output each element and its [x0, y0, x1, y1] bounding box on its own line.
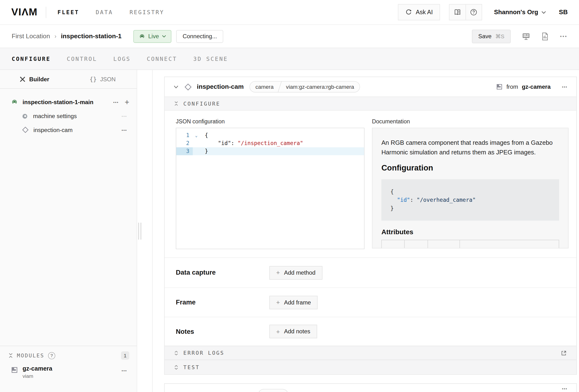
code-text: "id": "/inspection_camera" [200, 140, 303, 148]
module-org: viam [23, 373, 52, 379]
help-button[interactable] [465, 4, 482, 20]
gz-camera-module-card: gz-camera by viam module Registry ••• [164, 383, 577, 392]
overflow-menu-icon[interactable]: ••• [560, 33, 568, 39]
configure-section-bar[interactable]: CONFIGURE [164, 97, 576, 111]
doc-code-block: { "id": "/overhead_camera" } [381, 179, 559, 221]
from-module-link[interactable]: gz-camera [522, 83, 551, 90]
live-status-badge[interactable]: Live [133, 30, 171, 43]
item-menu-icon[interactable]: ••• [119, 114, 129, 118]
json-config-label: JSON configuration [176, 118, 364, 125]
builder-label: Builder [29, 76, 49, 82]
save-shortcut: ⌘S [495, 33, 505, 39]
configure-body: JSON configuration 1 ⌄ { 2 "id": "/inspe… [164, 110, 576, 257]
module-list-item[interactable]: gz-camera viam ••• [0, 360, 137, 379]
tab-control[interactable]: CONTROL [67, 55, 97, 62]
tree-item-label: inspection-cam [33, 127, 72, 133]
component-card-header: inspection-cam camera viam:gz-camera:rgb… [164, 77, 576, 96]
editor-line: 2 "id": "/inspection_camera" [176, 140, 364, 148]
save-button[interactable]: Save ⌘S [472, 30, 511, 43]
part-menu-icon[interactable]: ••• [111, 100, 121, 104]
tree-item-label: inspection-station-1-main [23, 99, 93, 105]
nav-item-fleet[interactable]: FLEET [58, 9, 79, 16]
add-notes-button[interactable]: + Add notes [269, 325, 317, 338]
inspection-cam-card: inspection-cam camera viam:gz-camera:rgb… [164, 77, 577, 375]
frame-label: Frame [176, 299, 269, 306]
fold-gutter [193, 140, 200, 148]
ask-ai-button[interactable]: Ask AI [398, 4, 440, 20]
card-header-right: from gz-camera ••• [496, 83, 567, 90]
component-diamond-icon [22, 126, 29, 134]
add-frame-button[interactable]: + Add frame [269, 296, 318, 309]
test-bar[interactable]: TEST [164, 360, 576, 375]
connecting-button[interactable]: Connecting... [176, 30, 223, 43]
user-avatar[interactable]: SB [559, 8, 568, 16]
modules-header: MODULES ? 1 [0, 346, 137, 360]
tab-connect[interactable]: CONNECT [147, 55, 177, 62]
nav-item-data[interactable]: DATA [96, 9, 113, 16]
builder-tools-icon [19, 76, 26, 82]
module-card-menu-icon[interactable]: ••• [562, 386, 568, 391]
component-type-pill: camera viam:gz-camera:rgb-camera [249, 81, 360, 93]
configure-section-label: CONFIGURE [183, 100, 220, 107]
fold-arrow-icon[interactable]: ⌄ [193, 132, 200, 140]
component-name: inspection-cam [197, 83, 244, 90]
modules-count-badge: 1 [121, 351, 129, 360]
unfold-icon [174, 364, 179, 370]
tree-item-main-part[interactable]: inspection-station-1-main ••• + [0, 95, 137, 109]
error-logs-bar[interactable]: ERROR LOGS [164, 346, 576, 360]
org-switcher[interactable]: Shannon's Org [494, 9, 546, 16]
line-number: 2 [176, 140, 193, 148]
tree-item-machine-settings[interactable]: machine settings ••• [0, 109, 137, 123]
book-icon [453, 8, 461, 16]
machine-tabs: CONFIGURE CONTROL LOGS CONNECT 3D SCENE [0, 48, 579, 70]
tab-configure[interactable]: CONFIGURE [11, 55, 51, 62]
module-texts: gz-camera viam [23, 365, 52, 379]
documentation-button[interactable] [449, 4, 465, 20]
component-model-tag: viam:gz-camera:rgb-camera [280, 81, 360, 92]
tree-item-inspection-cam[interactable]: inspection-cam ••• [0, 123, 137, 137]
json-toggle[interactable]: {} JSON [68, 70, 137, 88]
card-menu-icon[interactable]: ••• [562, 85, 568, 89]
error-logs-label: ERROR LOGS [183, 350, 224, 356]
collapse-icon[interactable] [8, 353, 13, 359]
modules-help-icon[interactable]: ? [48, 352, 55, 359]
help-icon [470, 8, 478, 16]
resize-handle[interactable] [138, 223, 141, 239]
frame-section: Frame + Add frame [164, 287, 576, 317]
module-tag-pill: module [258, 389, 288, 392]
add-notes-label: Add notes [284, 328, 310, 335]
code-text: } [200, 148, 208, 155]
tab-logs[interactable]: LOGS [113, 55, 131, 62]
monitor-icon[interactable] [522, 32, 530, 40]
code-text: { [200, 132, 208, 140]
collapse-chevron-icon[interactable] [174, 85, 178, 88]
live-part-icon [11, 98, 18, 106]
line-number: 3 [176, 148, 193, 155]
line-number: 1 [176, 132, 193, 140]
builder-toggle[interactable]: Builder [0, 70, 68, 88]
ai-sparkle-icon [405, 9, 412, 16]
viam-logo[interactable]: VIΛM [11, 6, 38, 18]
logo-divider [46, 6, 46, 18]
doc-description: An RGB camera component that reads image… [381, 138, 559, 157]
from-label: from [507, 83, 518, 90]
module-menu-icon[interactable]: ••• [119, 368, 129, 373]
fold-gutter [193, 148, 200, 155]
nav-item-registry[interactable]: REGISTRY [130, 9, 164, 16]
machine-header: First Location › inspection-station-1 Li… [0, 25, 579, 48]
braces-icon: {} [89, 76, 97, 83]
module-name: gz-camera [23, 365, 52, 372]
breadcrumb-location[interactable]: First Location [11, 32, 50, 40]
item-menu-icon[interactable]: ••• [119, 128, 129, 132]
add-component-icon[interactable]: + [125, 98, 129, 106]
live-status-label: Live [148, 33, 159, 40]
json-config-editor[interactable]: 1 ⌄ { 2 "id": "/inspection_camera" 3 [176, 128, 364, 249]
modules-title: MODULES [17, 353, 44, 359]
main-panel: inspection-cam camera viam:gz-camera:rgb… [152, 70, 579, 392]
gear-icon [22, 113, 29, 119]
tab-3d-scene[interactable]: 3D SCENE [193, 55, 228, 62]
breadcrumb-separator: › [55, 33, 57, 40]
add-method-button[interactable]: + Add method [269, 266, 322, 279]
external-link-icon[interactable] [561, 350, 567, 356]
report-file-icon[interactable] [541, 32, 549, 40]
